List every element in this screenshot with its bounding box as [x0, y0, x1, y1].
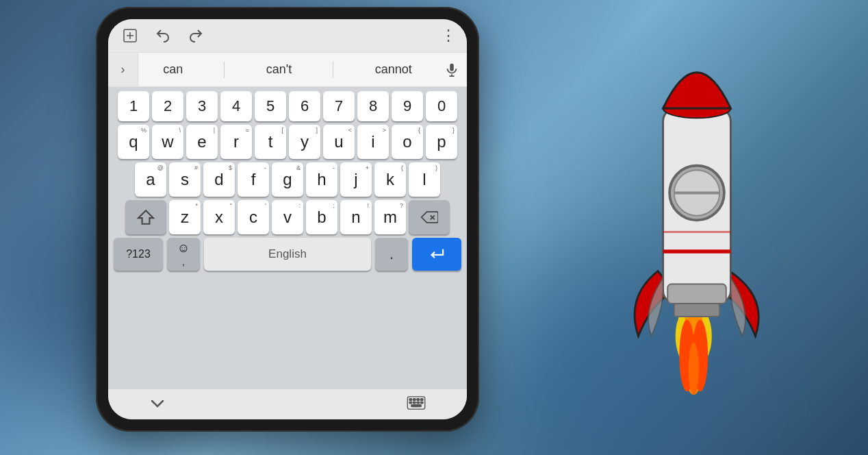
- keyboard-toolbar: ⋮: [108, 19, 467, 53]
- key-u[interactable]: <u: [323, 125, 355, 159]
- key-4[interactable]: 4: [220, 91, 252, 121]
- key-o[interactable]: {o: [392, 125, 423, 159]
- key-z[interactable]: *z: [169, 200, 201, 234]
- phone-screen: ⋮ › can can't cannot: [108, 19, 467, 419]
- svg-rect-9: [409, 398, 412, 400]
- svg-rect-10: [413, 398, 416, 400]
- suggestion-cannot[interactable]: cannot: [367, 60, 420, 79]
- phone-mockup: ⋮ › can can't cannot: [96, 7, 493, 445]
- bottom-row: ?123 ☺ , English .: [111, 238, 464, 271]
- key-6[interactable]: 6: [289, 91, 320, 121]
- key-k[interactable]: (k: [374, 162, 406, 197]
- svg-rect-17: [411, 404, 422, 406]
- key-x[interactable]: "x: [203, 200, 235, 234]
- key-5[interactable]: 5: [255, 91, 286, 121]
- key-b[interactable]: ;b: [306, 200, 337, 234]
- asdf-row: @a #s $d -f &g -h +j (k )l: [111, 162, 464, 197]
- chevron-down-icon[interactable]: [149, 397, 166, 413]
- key-c[interactable]: 'c: [238, 200, 269, 234]
- key-l[interactable]: )l: [409, 162, 440, 197]
- key-n[interactable]: !n: [340, 200, 372, 234]
- svg-rect-16: [420, 402, 423, 404]
- svg-rect-11: [417, 398, 420, 400]
- undo-icon[interactable]: [152, 25, 174, 47]
- key-y[interactable]: ]y: [289, 125, 320, 159]
- add-icon[interactable]: [119, 25, 141, 47]
- svg-rect-13: [409, 402, 412, 404]
- period-key[interactable]: .: [375, 238, 408, 271]
- svg-rect-15: [417, 402, 420, 404]
- shift-key[interactable]: [125, 200, 166, 234]
- svg-rect-14: [413, 402, 416, 404]
- key-s[interactable]: #s: [169, 162, 201, 197]
- suggestion-divider-1: [224, 62, 225, 78]
- key-v[interactable]: :v: [272, 200, 303, 234]
- key-p[interactable]: }p: [426, 125, 457, 159]
- svg-rect-29: [674, 304, 720, 317]
- suggestions-bar: › can can't cannot: [108, 53, 467, 87]
- num-key[interactable]: ?123: [114, 238, 163, 271]
- suggestion-can[interactable]: can: [155, 60, 191, 79]
- suggestion-divider-2: [333, 62, 333, 78]
- enter-key[interactable]: [412, 238, 461, 271]
- suggestions-expand-button[interactable]: ›: [108, 53, 138, 86]
- key-1[interactable]: 1: [118, 91, 149, 121]
- key-t[interactable]: [t: [255, 125, 286, 159]
- keyboard-layout-icon[interactable]: [407, 396, 426, 413]
- key-0[interactable]: 0: [426, 91, 457, 121]
- svg-rect-3: [450, 63, 454, 71]
- phone-body: ⋮ › can can't cannot: [96, 7, 479, 432]
- numbers-row: 1 2 3 4 5 6 7 8 9 0: [111, 91, 464, 121]
- key-m[interactable]: ?m: [374, 200, 406, 234]
- key-g[interactable]: &g: [272, 162, 303, 197]
- space-key[interactable]: English: [204, 238, 371, 271]
- svg-rect-12: [420, 398, 423, 400]
- key-7[interactable]: 7: [323, 91, 355, 121]
- key-q[interactable]: %q: [118, 125, 149, 159]
- key-h[interactable]: -h: [306, 162, 337, 197]
- key-r[interactable]: =r: [220, 125, 252, 159]
- key-d[interactable]: $d: [203, 162, 235, 197]
- suggestions-list: can can't cannot: [138, 60, 437, 79]
- toolbar-left: [119, 25, 207, 47]
- key-e[interactable]: |e: [186, 125, 218, 159]
- key-8[interactable]: 8: [357, 91, 389, 121]
- redo-icon[interactable]: [185, 25, 207, 47]
- key-w[interactable]: \w: [152, 125, 183, 159]
- mic-button[interactable]: [437, 53, 467, 86]
- key-j[interactable]: +j: [340, 162, 372, 197]
- key-a[interactable]: @a: [135, 162, 166, 197]
- zxcv-row: *z "x 'c :v ;b !n ?m: [111, 200, 464, 234]
- svg-point-22: [689, 343, 699, 395]
- suggestion-cant[interactable]: can't: [258, 60, 300, 79]
- keyboard-area: 1 2 3 4 5 6 7 8 9 0 %q \w |e =r: [108, 87, 467, 389]
- qwerty-row: %q \w |e =r [t ]y <u >i {o }p: [111, 125, 464, 159]
- key-3[interactable]: 3: [186, 91, 218, 121]
- backspace-key[interactable]: [409, 200, 450, 234]
- more-options-icon[interactable]: ⋮: [441, 27, 456, 45]
- key-2[interactable]: 2: [152, 91, 183, 121]
- rocket-illustration: [567, 21, 827, 404]
- key-9[interactable]: 9: [392, 91, 423, 121]
- nav-bar: [108, 389, 467, 419]
- emoji-key[interactable]: ☺ ,: [167, 238, 200, 271]
- key-i[interactable]: >i: [357, 125, 389, 159]
- svg-rect-28: [667, 284, 726, 304]
- key-f[interactable]: -f: [238, 162, 269, 197]
